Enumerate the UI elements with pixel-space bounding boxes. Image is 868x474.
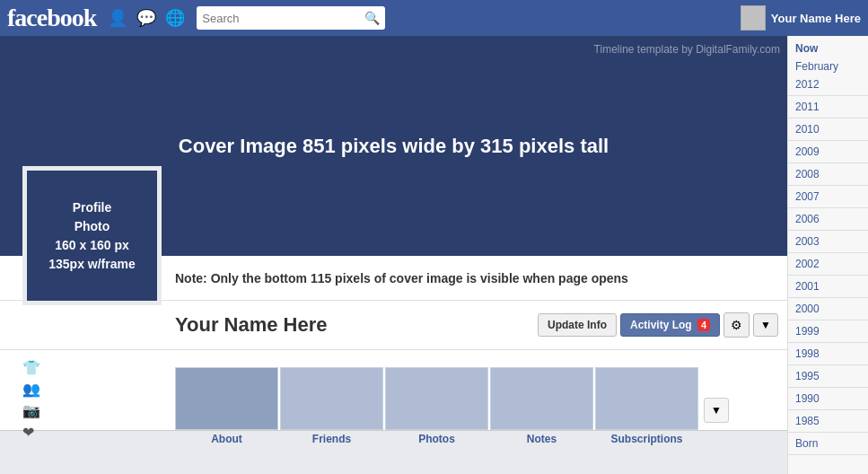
cover-watermark: Timeline template by DigitalFamily.com xyxy=(594,43,780,56)
tab-notes-label: Notes xyxy=(491,433,592,445)
year-separator xyxy=(788,207,868,208)
note-text: Note: Only the bottom 115 pixels of cove… xyxy=(175,271,628,285)
search-icon[interactable]: 🔍 xyxy=(364,11,380,25)
profile-name: Your Name Here xyxy=(175,313,538,337)
sidebar-year-item[interactable]: 1990 xyxy=(788,390,868,408)
year-separator xyxy=(788,454,868,455)
year-separator xyxy=(788,252,868,253)
sidebar-year-item[interactable]: 1998 xyxy=(788,345,868,363)
activity-log-label: Activity Log xyxy=(630,319,692,331)
nav-right: Your Name Here xyxy=(741,5,861,31)
year-separator xyxy=(788,320,868,320)
tab-friends-label: Friends xyxy=(281,433,382,445)
tab-notes[interactable]: Notes xyxy=(490,367,593,430)
search-input[interactable] xyxy=(202,12,364,25)
timeline: Timeline template by DigitalFamily.com C… xyxy=(0,36,787,474)
tab-icon-2: 👥 xyxy=(22,381,40,398)
facebook-logo: facebook xyxy=(7,4,96,32)
tabs-row: About Friends Photos Notes Subscriptions… xyxy=(175,367,787,430)
activity-badge: 4 xyxy=(697,319,710,331)
sidebar-year-item[interactable]: 2006 xyxy=(788,210,868,228)
nav-tabs-icons: 👕 👥 📷 ❤ xyxy=(22,359,40,441)
tab-about[interactable]: About xyxy=(175,367,278,430)
year-separator xyxy=(788,387,868,388)
tab-subscriptions[interactable]: Subscriptions xyxy=(595,367,698,430)
year-separator xyxy=(788,162,868,163)
right-sidebar: NowFebruary20122011201020092008200720062… xyxy=(787,36,868,474)
sidebar-year-item[interactable]: 2000 xyxy=(788,300,868,318)
sidebar-year-item[interactable]: 2001 xyxy=(788,277,868,295)
year-separator xyxy=(788,185,868,186)
sidebar-year-item[interactable]: 1999 xyxy=(788,322,868,340)
tab-icon-1: 👕 xyxy=(22,359,40,376)
sidebar-year-item[interactable]: 2007 xyxy=(788,188,868,206)
sidebar-year-item[interactable]: Now xyxy=(788,40,868,57)
profile-photo-label: ProfilePhoto160 x 160 px135px w/frame xyxy=(48,198,136,274)
sidebar-year-item[interactable]: 2012 xyxy=(788,75,868,93)
main-layout: Timeline template by DigitalFamily.com C… xyxy=(0,36,868,474)
cover-text: Cover Image 851 pixels wide by 315 pixel… xyxy=(179,135,609,158)
tab-photos[interactable]: Photos xyxy=(385,367,488,430)
year-separator xyxy=(788,432,868,433)
sidebar-year-item[interactable]: 2003 xyxy=(788,233,868,250)
navbar: facebook 👤 💬 🌐 🔍 Your Name Here xyxy=(0,0,868,36)
activity-log-button[interactable]: Activity Log 4 xyxy=(620,313,720,337)
tab-about-label: About xyxy=(176,433,277,445)
tab-icon-3: 📷 xyxy=(22,402,40,419)
nav-tabs-area: 👕 👥 📷 ❤ About Friends Photos Notes xyxy=(0,350,787,431)
year-separator xyxy=(788,275,868,276)
year-separator xyxy=(788,364,868,365)
tab-photos-label: Photos xyxy=(386,433,487,445)
year-separator xyxy=(788,140,868,141)
sidebar-year-item[interactable]: February xyxy=(788,57,868,75)
tab-friends[interactable]: Friends xyxy=(280,367,383,430)
tab-icon-4: ❤ xyxy=(22,424,40,441)
profile-photo-box: ProfilePhoto160 x 160 px135px w/frame xyxy=(22,166,162,305)
sidebar-year-item[interactable]: 1995 xyxy=(788,367,868,385)
year-separator xyxy=(788,297,868,298)
update-info-button[interactable]: Update Info xyxy=(538,313,617,337)
sidebar-year-item[interactable]: 1985 xyxy=(788,412,868,430)
tab-subscriptions-label: Subscriptions xyxy=(596,433,697,445)
tabs-dropdown-button[interactable]: ▼ xyxy=(704,398,729,423)
sidebar-year-item[interactable]: 2008 xyxy=(788,165,868,183)
avatar xyxy=(741,5,766,31)
sidebar-year-item[interactable]: 2009 xyxy=(788,143,868,161)
messages-icon[interactable]: 💬 xyxy=(136,8,156,28)
year-separator xyxy=(788,409,868,410)
sidebar-year-item[interactable]: 2011 xyxy=(788,98,868,116)
dropdown-button[interactable]: ▼ xyxy=(753,313,778,337)
sidebar-year-item[interactable]: 2010 xyxy=(788,120,868,138)
sidebar-year-item[interactable]: Born xyxy=(788,434,868,452)
year-separator xyxy=(788,118,868,118)
profile-name-bar: Your Name Here Update Info Activity Log … xyxy=(0,301,787,350)
friends-icon[interactable]: 👤 xyxy=(108,8,127,28)
year-separator xyxy=(788,230,868,231)
year-separator xyxy=(788,342,868,343)
gear-button[interactable]: ⚙ xyxy=(723,312,750,338)
search-box[interactable]: 🔍 xyxy=(197,6,385,30)
profile-actions: Update Info Activity Log 4 ⚙ ▼ xyxy=(538,312,778,338)
year-separator xyxy=(788,95,868,96)
globe-icon[interactable]: 🌐 xyxy=(165,8,185,28)
nav-username: Your Name Here xyxy=(771,12,861,25)
sidebar-year-item[interactable]: 2002 xyxy=(788,255,868,273)
